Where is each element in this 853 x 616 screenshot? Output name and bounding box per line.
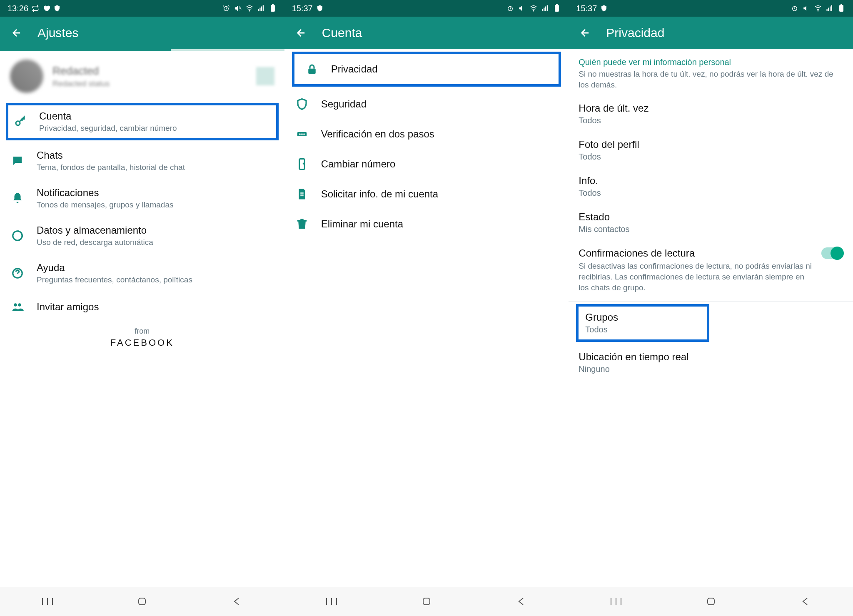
svg-rect-39 — [830, 7, 831, 11]
screen-ajustes: 13:26 Ajustes Re — [0, 0, 284, 616]
svg-rect-24 — [556, 4, 558, 5]
info-label: Info. — [579, 175, 843, 187]
nav-back[interactable] — [793, 593, 818, 610]
row-dospasos[interactable]: Verificación en dos pasos — [284, 119, 569, 149]
item-lastseen[interactable]: Hora de últ. vez Todos — [569, 96, 853, 132]
battery-icon — [269, 4, 277, 12]
alarm-icon — [222, 4, 230, 12]
cuenta-label: Cuenta — [39, 110, 272, 122]
svg-rect-46 — [708, 598, 714, 605]
status-bar: 13:26 — [0, 0, 284, 17]
foto-label: Foto del perfil — [579, 139, 843, 150]
retweet-icon — [32, 5, 39, 12]
nav-back[interactable] — [224, 593, 249, 610]
app-header: Ajustes — [0, 17, 284, 49]
nav-home[interactable] — [130, 593, 155, 610]
footer-brand: FACEBOOK — [0, 337, 284, 361]
avatar — [10, 60, 43, 93]
screen-privacidad: 15:37 Privacidad Quién puede ver mi info… — [569, 0, 853, 616]
item-estado[interactable]: Estado Mis contactos — [569, 205, 853, 241]
header-title: Privacidad — [606, 26, 664, 40]
row-ayuda[interactable]: Ayuda Preguntas frecuentes, contáctanos,… — [0, 254, 284, 292]
svg-rect-16 — [139, 598, 145, 605]
row-privacidad[interactable]: Privacidad — [294, 54, 559, 84]
item-foto[interactable]: Foto del perfil Todos — [569, 132, 853, 168]
svg-rect-38 — [828, 8, 829, 11]
row-seguridad[interactable]: Seguridad — [284, 89, 569, 119]
nav-recent[interactable] — [319, 593, 344, 610]
lastseen-label: Hora de últ. vez — [579, 102, 843, 114]
row-invitar[interactable]: Invitar amigos — [0, 292, 284, 322]
wifi-icon — [814, 4, 822, 12]
wifi-icon — [245, 4, 254, 12]
section-sub: Si no muestras la hora de tu últ. vez, n… — [569, 69, 853, 96]
estado-label: Estado — [579, 211, 843, 223]
nav-back[interactable] — [509, 593, 534, 610]
svg-rect-19 — [542, 9, 543, 11]
status-time: 13:26 — [7, 4, 28, 13]
svg-point-28 — [301, 133, 303, 135]
chats-sub: Tema, fondos de pantalla, historial de c… — [37, 163, 274, 172]
item-lectura[interactable]: Confirmaciones de lectura Si desactivas … — [569, 241, 853, 299]
key-icon — [12, 114, 27, 129]
highlight-grupos: Grupos Todos — [576, 304, 709, 342]
row-cuenta[interactable]: Cuenta Privacidad, seguridad, cambiar nú… — [12, 110, 272, 133]
back-button[interactable] — [293, 25, 309, 41]
trash-icon — [294, 217, 309, 232]
android-navbar — [0, 587, 284, 616]
nav-recent[interactable] — [35, 593, 60, 610]
footer-from: from — [0, 322, 284, 337]
row-solicitar[interactable]: Solicitar info. de mi cuenta — [284, 179, 569, 209]
row-datos[interactable]: Datos y almacenamiento Uso de red, desca… — [0, 217, 284, 254]
nav-home[interactable] — [698, 593, 723, 610]
back-button[interactable] — [8, 25, 25, 41]
status-time: 15:37 — [292, 4, 313, 13]
back-button[interactable] — [577, 25, 594, 41]
svg-rect-42 — [841, 4, 842, 5]
svg-rect-3 — [259, 8, 260, 11]
grupos-value: Todos — [585, 325, 700, 334]
svg-rect-23 — [555, 5, 559, 12]
read-receipts-toggle[interactable] — [821, 247, 843, 259]
datos-label: Datos y almacenamiento — [37, 224, 274, 236]
profile-name: Redacted — [52, 65, 247, 77]
qr-icon[interactable] — [256, 67, 274, 85]
cambiar-label: Cambiar número — [321, 158, 559, 170]
highlight-cuenta: Cuenta Privacidad, seguridad, cambiar nú… — [6, 103, 279, 140]
notif-sub: Tonos de mensajes, grupos y llamadas — [37, 200, 274, 209]
profile-row[interactable]: Redacted Redacted status — [0, 51, 284, 101]
eliminar-label: Eliminar mi cuenta — [321, 218, 559, 230]
lastseen-value: Todos — [579, 116, 843, 125]
chat-icon — [10, 153, 25, 168]
mute-icon — [518, 4, 526, 12]
row-eliminar[interactable]: Eliminar mi cuenta — [284, 209, 569, 239]
status-bar: 15:37 — [569, 0, 853, 17]
item-ubicacion[interactable]: Ubicación en tiempo real Ninguno — [569, 344, 853, 381]
svg-rect-37 — [826, 9, 827, 11]
signal-icon — [257, 4, 265, 12]
header-title: Cuenta — [322, 26, 362, 40]
highlight-privacidad: Privacidad — [292, 52, 561, 87]
svg-point-27 — [299, 133, 301, 135]
notif-label: Notificaciones — [37, 187, 274, 199]
row-cambiar[interactable]: Cambiar número — [284, 149, 569, 179]
item-info[interactable]: Info. Todos — [569, 168, 853, 205]
privacidad-label: Privacidad — [331, 63, 549, 75]
ayuda-label: Ayuda — [37, 262, 274, 274]
svg-rect-6 — [271, 5, 275, 12]
bell-icon — [10, 191, 25, 206]
row-chats[interactable]: Chats Tema, fondos de pantalla, historia… — [0, 142, 284, 180]
signal-icon — [541, 4, 549, 12]
solicitar-label: Solicitar info. de mi cuenta — [321, 188, 559, 200]
nav-home[interactable] — [414, 593, 439, 610]
nav-recent[interactable] — [604, 593, 629, 610]
phone-change-icon — [294, 157, 309, 172]
section-title: Quién puede ver mi información personal — [569, 49, 853, 69]
row-notif[interactable]: Notificaciones Tonos de mensajes, grupos… — [0, 180, 284, 217]
svg-point-1 — [249, 10, 250, 11]
app-header: Cuenta — [284, 17, 569, 49]
svg-rect-4 — [261, 7, 262, 11]
item-grupos[interactable]: Grupos Todos — [579, 307, 707, 339]
document-icon — [294, 187, 309, 202]
data-usage-icon — [10, 228, 25, 243]
